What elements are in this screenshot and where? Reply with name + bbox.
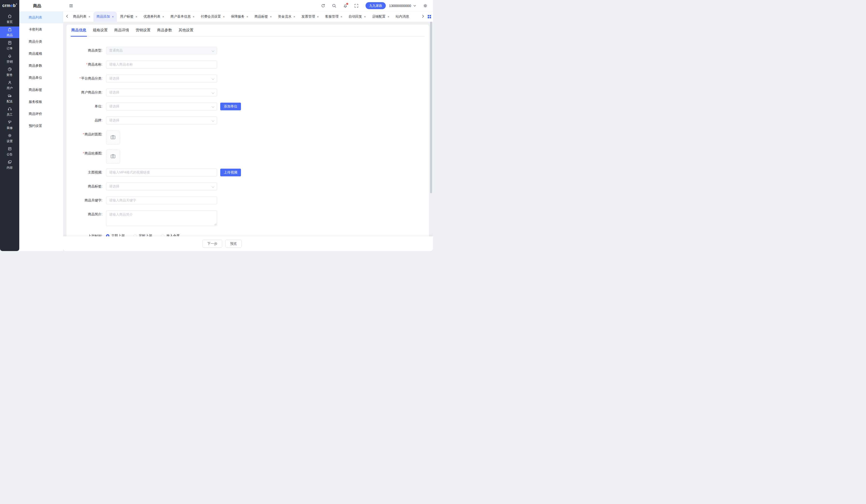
open-tab-8[interactable]: 资金流水× bbox=[275, 12, 299, 22]
close-tab-icon[interactable]: × bbox=[246, 15, 248, 19]
close-tab-icon[interactable]: × bbox=[163, 15, 164, 19]
tabs-scroll-right-icon[interactable] bbox=[420, 14, 426, 19]
merchant-badge[interactable]: 九九家政 bbox=[366, 2, 386, 9]
main-video-input[interactable]: 请输入MP4格式的视频链接 bbox=[106, 169, 217, 176]
field-label-text: 商品关键字: bbox=[85, 198, 102, 202]
registered-mark: ® bbox=[16, 3, 17, 5]
finance-pie-icon bbox=[8, 67, 12, 72]
product-type-select[interactable]: 普通商品 bbox=[106, 47, 217, 54]
cover-image-upload-button[interactable] bbox=[106, 131, 120, 145]
open-tab-5[interactable]: 付费会员设置× bbox=[198, 12, 228, 22]
product-name-input[interactable]: 请输入商品名称 bbox=[106, 61, 217, 68]
close-tab-icon[interactable]: × bbox=[317, 15, 319, 19]
shelf-time-radio-0[interactable]: 立即上架 bbox=[106, 234, 125, 236]
tabs-overview-grid-icon[interactable] bbox=[428, 15, 431, 18]
submenu-item-2[interactable]: 商品分类 bbox=[19, 35, 63, 47]
notice-board-icon bbox=[8, 146, 12, 152]
search-icon[interactable] bbox=[332, 3, 337, 8]
sidebar-item-notice-board[interactable]: 公告 bbox=[0, 146, 19, 157]
open-tab-12[interactable]: 店铺配置× bbox=[369, 12, 392, 22]
form-tab-3[interactable]: 营销设置 bbox=[136, 28, 151, 33]
close-tab-icon[interactable]: × bbox=[341, 15, 342, 19]
form-tab-4[interactable]: 商品参数 bbox=[157, 28, 172, 33]
close-tab-icon[interactable]: × bbox=[387, 15, 389, 19]
shelf-time-radio-1[interactable]: 定时上架 bbox=[133, 234, 152, 236]
sidebar-item-delivery-truck[interactable]: 配送 bbox=[0, 93, 19, 104]
unit-select[interactable]: 请选择 bbox=[106, 103, 217, 110]
settings-gear-icon[interactable] bbox=[423, 3, 428, 8]
open-tab-6[interactable]: 保障服务× bbox=[228, 12, 252, 22]
open-tab-11[interactable]: 自动回复× bbox=[345, 12, 369, 22]
preview-button[interactable]: 预览 bbox=[225, 240, 242, 248]
product-keywords-input[interactable]: 请输入商品关键字 bbox=[106, 197, 217, 204]
sidebar-item-user[interactable]: 用户 bbox=[0, 79, 19, 91]
submenu-item-7[interactable]: 服务模板 bbox=[19, 96, 63, 108]
close-tab-icon[interactable]: × bbox=[112, 15, 114, 19]
sidebar-item-finance-pie[interactable]: 财务 bbox=[0, 66, 19, 78]
open-tab-9[interactable]: 发票管理× bbox=[298, 12, 322, 22]
close-tab-icon[interactable]: × bbox=[192, 15, 195, 19]
chevron-down-icon bbox=[212, 49, 214, 52]
unit-action-button[interactable]: 添加单位 bbox=[220, 103, 241, 110]
open-tab-3[interactable]: 优惠券列表× bbox=[141, 12, 167, 22]
submenu-item-5[interactable]: 商品单位 bbox=[19, 71, 63, 83]
main-video-action-button[interactable]: 上传视频 bbox=[220, 169, 241, 176]
open-tab-label: 客服管理 bbox=[325, 14, 338, 19]
next-step-button[interactable]: 下一步 bbox=[202, 240, 222, 248]
sidebar-item-content-pages[interactable]: 内容 bbox=[0, 159, 19, 170]
close-tab-icon[interactable]: × bbox=[223, 15, 225, 19]
account-phone-number[interactable]: 13000000000 bbox=[389, 4, 411, 8]
close-tab-icon[interactable]: × bbox=[270, 15, 272, 19]
merchant-category-select[interactable]: 请选择 bbox=[106, 89, 217, 96]
product-form-tabs: 商品信息规格设置商品详情营销设置商品参数其他设置 bbox=[71, 28, 424, 37]
close-tab-icon[interactable]: × bbox=[135, 15, 137, 19]
account-chevron-down-icon[interactable] bbox=[413, 4, 417, 8]
submenu-item-8[interactable]: 商品评价 bbox=[19, 108, 63, 120]
tabs-scroll-left-icon[interactable] bbox=[64, 14, 70, 19]
sidebar-item-order-doc[interactable]: 订单 bbox=[0, 40, 19, 51]
main-column: 九九家政 13000000000 商品列表×商品添加×用户标签×优惠券列表×商户… bbox=[63, 0, 433, 251]
fullscreen-icon[interactable] bbox=[354, 3, 359, 8]
sidebar-item-settings-gear[interactable]: 设置 bbox=[0, 133, 19, 144]
open-tab-10[interactable]: 客服管理× bbox=[322, 12, 345, 22]
submenu-item-1[interactable]: 卡密列表 bbox=[19, 23, 63, 35]
sidebar-item-marketing-bell[interactable]: 营销 bbox=[0, 53, 19, 65]
notification-bell-icon[interactable] bbox=[343, 3, 348, 8]
form-tab-5[interactable]: 其他设置 bbox=[179, 28, 193, 33]
open-pages-tabstrip: 商品列表×商品添加×用户标签×优惠券列表×商户基本信息×付费会员设置×保障服务×… bbox=[63, 11, 433, 22]
staff-headset-icon bbox=[8, 107, 12, 112]
form-tab-2[interactable]: 商品详情 bbox=[114, 28, 129, 33]
submenu-item-4[interactable]: 商品参数 bbox=[19, 59, 63, 71]
brand-select[interactable]: 请选择 bbox=[106, 116, 217, 124]
carousel-image-upload-button[interactable] bbox=[106, 149, 120, 164]
submenu-item-3[interactable]: 商品规格 bbox=[19, 47, 63, 59]
sidebar-item-home[interactable]: 首页 bbox=[0, 13, 19, 25]
scrollbar-thumb[interactable] bbox=[430, 22, 432, 193]
submenu-item-6[interactable]: 商品标签 bbox=[19, 83, 63, 96]
sidebar-item-staff-headset[interactable]: 员工 bbox=[0, 106, 19, 117]
open-tab-2[interactable]: 用户标签× bbox=[117, 12, 141, 22]
submenu-item-0[interactable]: 商品列表 bbox=[19, 11, 63, 23]
product-intro-textarea[interactable]: 请输入商品简介 bbox=[106, 211, 217, 226]
form-tab-1[interactable]: 规格设置 bbox=[93, 28, 108, 33]
collapse-sidebar-icon[interactable] bbox=[69, 3, 74, 8]
sidebar-item-decorate-roller[interactable]: 装修 bbox=[0, 119, 19, 131]
close-tab-icon[interactable]: × bbox=[364, 15, 366, 19]
refresh-icon[interactable] bbox=[321, 3, 325, 8]
open-tab-0[interactable]: 商品列表× bbox=[70, 12, 93, 22]
open-tab-4[interactable]: 商户基本信息× bbox=[167, 12, 198, 22]
platform-category-select[interactable]: 请选择 bbox=[106, 75, 217, 82]
submenu-item-9[interactable]: 预约设置 bbox=[19, 120, 63, 132]
sidebar-item-goods-bag[interactable]: 商品 bbox=[0, 26, 19, 38]
open-tab-13[interactable]: 站内消息 bbox=[392, 12, 412, 22]
delivery-truck-icon bbox=[8, 93, 12, 99]
shelf-time-radio-2[interactable]: 放入仓库 bbox=[161, 234, 180, 236]
form-tab-0[interactable]: 商品信息 bbox=[71, 28, 86, 33]
sidebar-item-label: 内容 bbox=[7, 166, 13, 170]
chevron-down-icon bbox=[212, 186, 214, 188]
product-tag-select[interactable]: 请选择 bbox=[106, 183, 217, 190]
open-tab-1[interactable]: 商品添加× bbox=[93, 12, 117, 22]
close-tab-icon[interactable]: × bbox=[88, 15, 90, 19]
open-tab-7[interactable]: 商品标签× bbox=[251, 12, 275, 22]
close-tab-icon[interactable]: × bbox=[293, 15, 296, 19]
